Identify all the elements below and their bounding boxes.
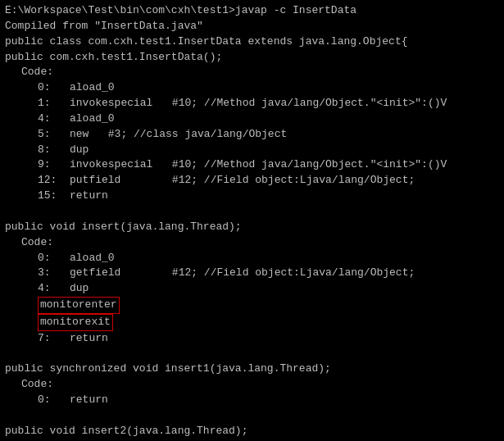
empty-line-1 <box>5 204 499 220</box>
line-class-decl: public class com.cxh.test1.InsertData ex… <box>5 34 499 50</box>
line-compiled-from: Compiled from "InsertData.java" <box>5 19 499 34</box>
monitorenter-highlight: monitorenter <box>38 297 120 314</box>
line-code-label-3: Code: <box>5 377 499 393</box>
line-insert-decl: public void insert(java.lang.Thread); <box>5 220 499 235</box>
line-instr-15-1: 15: return <box>5 189 499 204</box>
line-monitorexit: monitorexit <box>5 314 499 331</box>
monitorexit-highlight: monitorexit <box>38 314 113 331</box>
line-instr-8-1: 8: dup <box>5 143 499 158</box>
terminal-window: E:\Workspace\Test\bin\com\cxh\test1>java… <box>0 0 504 441</box>
line-instr-0-1: 0: aload_0 <box>5 80 499 96</box>
line-cmd-prompt: E:\Workspace\Test\bin\com\cxh\test1>java… <box>5 3 499 19</box>
line-instr-0-3: 0: return <box>5 393 499 408</box>
line-instr-12-1: 12: putfield #12; //Field object:Ljava/l… <box>5 173 499 189</box>
line-code-label-1: Code: <box>5 65 499 80</box>
line-code-label-2: Code: <box>5 235 499 251</box>
line-instr-9-1: 9: invokespecial #10; //Method java/lang… <box>5 157 499 173</box>
line-instr-1-1: 1: invokespecial #10; //Method java/lang… <box>5 96 499 111</box>
line-instr-4-2: 4: dup <box>5 281 499 297</box>
line-monitorenter: monitorenter <box>5 297 499 314</box>
line-instr-5-1: 5: new #3; //class java/lang/Object <box>5 127 499 143</box>
line-instr-4-1: 4: aload_0 <box>5 111 499 127</box>
line-instr-3-2: 3: getfield #12; //Field object:Ljava/la… <box>5 266 499 281</box>
line-constructor-decl: public com.cxh.test1.InsertData(); <box>5 50 499 66</box>
line-instr-0-2: 0: aload_0 <box>5 251 499 266</box>
line-insert1-decl: public synchronized void insert1(java.la… <box>5 361 499 377</box>
line-instr-7-2: 7: return <box>5 331 499 347</box>
line-insert2-decl: public void insert2(java.lang.Thread); <box>5 424 499 439</box>
empty-line-3 <box>5 408 499 424</box>
empty-line-2 <box>5 347 499 362</box>
